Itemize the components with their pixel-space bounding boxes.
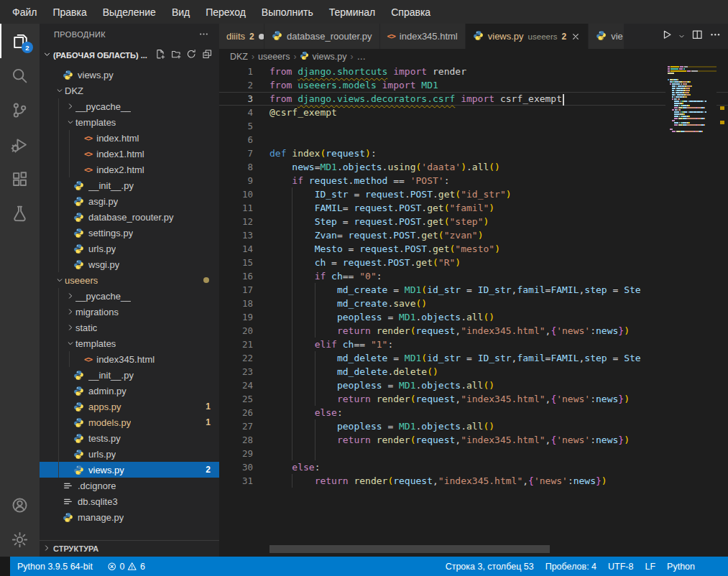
activitybar-extensions[interactable] bbox=[0, 162, 40, 196]
tree-item-index.html[interactable]: <>index.html bbox=[40, 130, 219, 146]
explorer-badge: 2 bbox=[22, 42, 33, 53]
tree-item-templates[interactable]: templates bbox=[40, 114, 219, 130]
tab-index345.html[interactable]: <>index345.html bbox=[380, 24, 466, 49]
menu-item-5[interactable]: Переход bbox=[198, 0, 254, 24]
python-icon bbox=[272, 30, 282, 43]
line-text: ch = request.POST.get("R") bbox=[269, 256, 461, 269]
tree-item-index1.html[interactable]: <>index1.html bbox=[40, 146, 219, 162]
activitybar-search[interactable] bbox=[0, 58, 40, 93]
tree-item-wsgi.py[interactable]: wsgi.py bbox=[40, 256, 219, 272]
activitybar-source-control[interactable] bbox=[0, 93, 40, 127]
activitybar-settings[interactable] bbox=[0, 522, 40, 557]
tree-item-tests.py[interactable]: tests.py bbox=[40, 430, 219, 446]
tree-item-apps.py[interactable]: apps.py1 bbox=[40, 399, 219, 414]
breadcrumb-item-…[interactable]: … bbox=[356, 52, 366, 62]
tree-item-urls.py[interactable]: urls.py bbox=[40, 446, 219, 462]
breadcrumb-item-DKZ[interactable]: DKZ bbox=[230, 52, 248, 62]
indent-guide bbox=[58, 335, 59, 351]
tab-vie[interactable]: vie bbox=[589, 24, 625, 49]
tree-item-views.py[interactable]: views.py2 bbox=[40, 462, 219, 478]
workspace-section-header[interactable]: (РАБОЧАЯ ОБЛАСТЬ) ... bbox=[40, 45, 219, 65]
line-text: return render(request,"index345.html",{'… bbox=[269, 324, 630, 338]
tree-item-useeers[interactable]: useeers bbox=[40, 272, 219, 288]
tab-bar: diiits2database_roouter.py<>index345.htm… bbox=[219, 24, 728, 49]
tree-item-settings.py[interactable]: settings.py bbox=[40, 225, 219, 241]
vertical-scrollbar[interactable] bbox=[717, 65, 728, 557]
minimap-line bbox=[668, 83, 717, 85]
tree-item-__init__.py[interactable]: __init__.py bbox=[40, 367, 219, 383]
tree-item-database_roouter.py[interactable]: database_roouter.py bbox=[40, 209, 219, 225]
tree-item-admin.py[interactable]: admin.py bbox=[40, 383, 219, 399]
tree-item-templates[interactable]: templates bbox=[40, 335, 219, 351]
tree-item-index345.html[interactable]: <>index345.html bbox=[40, 351, 219, 367]
menu-item-6[interactable]: Выполнить bbox=[254, 0, 321, 24]
more-icon[interactable] bbox=[709, 29, 722, 44]
indentation-status[interactable]: Пробелов: 4 bbox=[545, 562, 596, 572]
breadcrumb-item-useeers[interactable]: useeers bbox=[258, 52, 290, 62]
tree-item-label: __init__.py bbox=[88, 370, 134, 381]
tree-item-__pycache__[interactable]: __pycache__ bbox=[40, 98, 219, 114]
close-icon[interactable] bbox=[571, 32, 581, 42]
tree-item-migrations[interactable]: migrations bbox=[40, 304, 219, 320]
menu-item-8[interactable]: Справка bbox=[383, 0, 438, 24]
cursor-position-status[interactable]: Строка 3, столбец 53 bbox=[446, 562, 534, 572]
tab-diiits[interactable]: diiits2 bbox=[219, 24, 264, 49]
tab-label: index345.html bbox=[400, 31, 458, 42]
tree-item-__init__.py[interactable]: __init__.py bbox=[40, 177, 219, 193]
activitybar-account[interactable] bbox=[0, 488, 40, 522]
menu-item-7[interactable]: Терминал bbox=[321, 0, 383, 24]
indent-guide bbox=[58, 209, 59, 225]
eol-status[interactable]: LF bbox=[645, 562, 655, 572]
activitybar-explorer[interactable]: 2 bbox=[0, 24, 40, 58]
tree-item-db.sqlite3[interactable]: db.sqlite3 bbox=[40, 493, 219, 509]
problems-status[interactable]: 0 6 bbox=[107, 562, 145, 572]
line-text: peopless = MD1.objects.all() bbox=[269, 378, 494, 392]
tree-item-__pycache__[interactable]: __pycache__ bbox=[40, 288, 219, 304]
run-icon[interactable] bbox=[660, 29, 673, 44]
indent-guide bbox=[292, 256, 292, 269]
python-icon bbox=[73, 417, 84, 428]
line-number: 16 bbox=[219, 269, 269, 283]
encoding-status[interactable]: UTF-8 bbox=[608, 562, 633, 572]
chevron-right-icon bbox=[65, 307, 75, 316]
line-text: news=MD1.objects.using('daata').all() bbox=[269, 160, 500, 174]
minimap[interactable] bbox=[665, 65, 717, 139]
horizontal-scrollbar-thumb[interactable] bbox=[269, 545, 550, 553]
tree-item-models.py[interactable]: models.py1 bbox=[40, 414, 219, 430]
tree-item-views.py[interactable]: views.py bbox=[40, 67, 219, 83]
tree-item-asgi.py[interactable]: asgi.py bbox=[40, 193, 219, 209]
tree-item-urls.py[interactable]: urls.py bbox=[40, 241, 219, 256]
new-file-icon[interactable] bbox=[155, 49, 166, 61]
breadcrumb-item-views.py[interactable]: views.py bbox=[300, 51, 346, 62]
tree-item-label: index.html bbox=[96, 133, 139, 144]
chevron-down-icon[interactable] bbox=[678, 30, 686, 43]
python-interpreter-status[interactable]: Python 3.9.5 64-bit bbox=[17, 562, 93, 572]
tree-item-static[interactable]: static bbox=[40, 320, 219, 335]
menu-item-3[interactable]: Выделение bbox=[95, 0, 164, 24]
code-editor[interactable]: 1from django.shortcuts import render2fro… bbox=[219, 65, 728, 557]
language-mode-status[interactable]: Python bbox=[667, 562, 695, 572]
activitybar-testing[interactable] bbox=[0, 196, 40, 231]
split-editor-icon[interactable] bbox=[691, 29, 704, 44]
tab-database_roouter.py[interactable]: database_roouter.py bbox=[264, 24, 380, 49]
collapse-all-icon[interactable] bbox=[202, 49, 213, 61]
tree-item-DKZ[interactable]: DKZ bbox=[40, 83, 219, 98]
tree-item-.dcignore[interactable]: .dcignore bbox=[40, 478, 219, 493]
menu-item-1[interactable]: Файл bbox=[4, 0, 45, 24]
tree-item-manage.py[interactable]: manage.py bbox=[40, 509, 219, 525]
tree-item-index2.html[interactable]: <>index2.html bbox=[40, 162, 219, 177]
indent-guide bbox=[315, 419, 315, 433]
minimap-line bbox=[668, 103, 717, 104]
sidebar-header: ПРОВОДНИК bbox=[40, 24, 219, 45]
activitybar-run-debug[interactable] bbox=[0, 127, 40, 162]
status-bar: Python 3.9.5 64-bit 0 6 Строка 3, столбе… bbox=[0, 557, 728, 576]
menu-item-2[interactable]: Правка bbox=[45, 0, 94, 24]
new-folder-icon[interactable] bbox=[171, 49, 182, 61]
indent-guide bbox=[292, 365, 292, 378]
more-actions-icon[interactable] bbox=[198, 29, 209, 41]
python-icon bbox=[73, 449, 84, 460]
outline-section-header[interactable]: СТРУКТУРА bbox=[40, 540, 219, 557]
menu-item-4[interactable]: Вид bbox=[164, 0, 198, 24]
tab-views.py[interactable]: views.pyuseeers2 bbox=[466, 24, 589, 49]
refresh-icon[interactable] bbox=[186, 49, 197, 61]
